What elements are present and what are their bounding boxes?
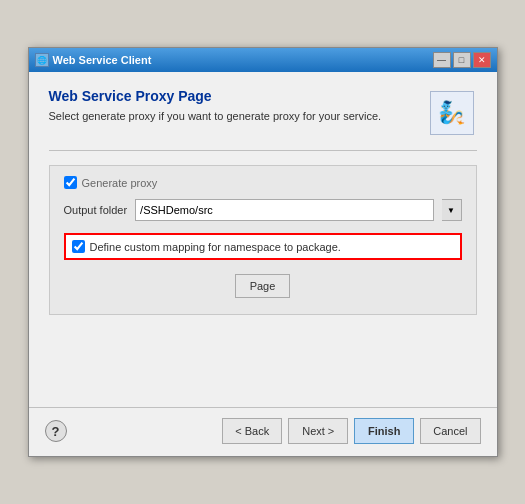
page-description: Select generate proxy if you want to gen…	[49, 110, 382, 122]
output-folder-row: Output folder ▼	[64, 199, 462, 221]
page-button[interactable]: Page	[235, 274, 291, 298]
page-button-area: Page	[64, 274, 462, 298]
finish-button[interactable]: Finish	[354, 418, 414, 444]
empty-area	[49, 315, 477, 395]
wizard-icon: 🧞	[430, 91, 474, 135]
back-button[interactable]: < Back	[222, 418, 282, 444]
custom-mapping-label: Define custom mapping for namespace to p…	[90, 241, 341, 253]
generate-proxy-label: Generate proxy	[82, 177, 158, 189]
minimize-button[interactable]: —	[433, 52, 451, 68]
next-button[interactable]: Next >	[288, 418, 348, 444]
output-folder-input[interactable]	[135, 199, 433, 221]
title-bar-left: 🌐 Web Service Client	[35, 53, 152, 67]
cancel-button[interactable]: Cancel	[420, 418, 480, 444]
title-buttons: — □ ✕	[433, 52, 491, 68]
custom-mapping-row: Define custom mapping for namespace to p…	[64, 233, 462, 260]
footer-divider	[29, 407, 497, 408]
main-window: 🌐 Web Service Client — □ ✕ Web Service P…	[28, 47, 498, 457]
title-bar: 🌐 Web Service Client — □ ✕	[29, 48, 497, 72]
form-area: Generate proxy Output folder ▼ Define cu…	[49, 165, 477, 315]
content-area: Web Service Proxy Page Select generate p…	[29, 72, 497, 407]
generate-proxy-row: Generate proxy	[64, 176, 462, 189]
output-folder-label: Output folder	[64, 204, 128, 216]
help-button[interactable]: ?	[45, 420, 67, 442]
close-button[interactable]: ✕	[473, 52, 491, 68]
footer-right: < Back Next > Finish Cancel	[222, 418, 480, 444]
window-title: Web Service Client	[53, 54, 152, 66]
custom-mapping-checkbox[interactable]	[72, 240, 85, 253]
window-icon: 🌐	[35, 53, 49, 67]
page-header-text: Web Service Proxy Page Select generate p…	[49, 88, 382, 122]
page-header: Web Service Proxy Page Select generate p…	[49, 88, 477, 138]
output-folder-dropdown-button[interactable]: ▼	[442, 199, 462, 221]
header-divider	[49, 150, 477, 151]
generate-proxy-checkbox[interactable]	[64, 176, 77, 189]
page-title: Web Service Proxy Page	[49, 88, 382, 104]
footer-left: ?	[45, 420, 67, 442]
maximize-button[interactable]: □	[453, 52, 471, 68]
footer: ? < Back Next > Finish Cancel	[29, 418, 497, 456]
wizard-icon-container: 🧞	[427, 88, 477, 138]
